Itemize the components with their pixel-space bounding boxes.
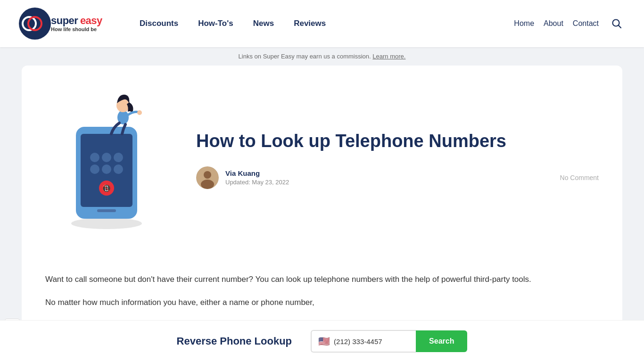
svg-point-8: [90, 153, 99, 162]
logo-super: super: [51, 15, 78, 26]
svg-point-11: [90, 165, 99, 174]
nav-discounts[interactable]: Discounts: [132, 15, 186, 32]
main-nav: Discounts How-To's News Reviews: [132, 15, 514, 32]
svg-point-9: [102, 153, 111, 162]
search-button[interactable]: [608, 15, 625, 32]
svg-point-5: [71, 218, 142, 229]
logo-area: super easy How life should be: [19, 8, 104, 40]
svg-point-21: [204, 171, 211, 179]
widget-input-group: 🇺🇸 Search: [311, 330, 467, 353]
author-details: Via Kuang Updated: May 23, 2022: [225, 169, 289, 186]
svg-point-13: [114, 165, 123, 174]
author-info: Via Kuang Updated: May 23, 2022: [196, 166, 289, 189]
logo-text: super easy How life should be: [51, 15, 102, 32]
site-header: super easy How life should be Discounts …: [0, 0, 644, 47]
svg-point-19: [137, 110, 142, 115]
no-comment-label: No Comment: [560, 174, 599, 181]
phone-input[interactable]: [334, 337, 409, 346]
hero-section: 📵: [45, 84, 599, 254]
svg-line-4: [619, 25, 621, 28]
logo-icon: [19, 8, 51, 40]
logo-tagline: How life should be: [51, 26, 102, 32]
phone-illustration: 📵: [45, 84, 168, 235]
search-icon: [611, 18, 622, 29]
body-paragraph-1: Want to call someone but don't have thei…: [45, 273, 599, 287]
nav-reviews[interactable]: Reviews: [286, 15, 333, 32]
nav-contact[interactable]: Contact: [573, 19, 599, 28]
nav-home[interactable]: Home: [514, 19, 534, 28]
svg-point-10: [114, 153, 123, 162]
author-name: Via Kuang: [225, 169, 289, 177]
nav-howtos[interactable]: How-To's: [190, 15, 241, 32]
article-meta: How to Look up Telephone Numbers Via Kua: [196, 131, 599, 189]
author-row: Via Kuang Updated: May 23, 2022 No Comme…: [196, 166, 599, 189]
learn-more-link[interactable]: Learn more.: [372, 53, 405, 60]
commission-text: Links on Super Easy may earn us a commis…: [239, 53, 406, 60]
bottom-widget: Reverse Phone Lookup 🇺🇸 Search: [0, 320, 644, 362]
flag-icon: 🇺🇸: [318, 336, 330, 347]
svg-text:📵: 📵: [102, 184, 111, 193]
article-title: How to Look up Telephone Numbers: [196, 131, 599, 152]
svg-rect-16: [97, 209, 116, 212]
logo-easy: easy: [80, 15, 102, 26]
nav-news[interactable]: News: [246, 15, 281, 32]
author-updated: Updated: May 23, 2022: [225, 179, 289, 186]
right-nav: Home About Contact: [514, 15, 625, 32]
phone-input-wrapper: 🇺🇸: [311, 330, 416, 353]
svg-point-22: [201, 180, 214, 189]
svg-point-12: [102, 165, 111, 174]
widget-title: Reverse Phone Lookup: [177, 335, 292, 347]
phone-svg: 📵: [52, 89, 161, 230]
author-avatar: [196, 166, 219, 189]
search-button[interactable]: Search: [416, 330, 467, 352]
article-body: Want to call someone but don't have thei…: [45, 273, 599, 310]
article-card: 📵: [22, 66, 622, 343]
nav-about[interactable]: About: [544, 19, 563, 28]
body-paragraph-2: No matter how much information you have,…: [45, 296, 599, 310]
commission-bar: Links on Super Easy may earn us a commis…: [0, 47, 644, 66]
